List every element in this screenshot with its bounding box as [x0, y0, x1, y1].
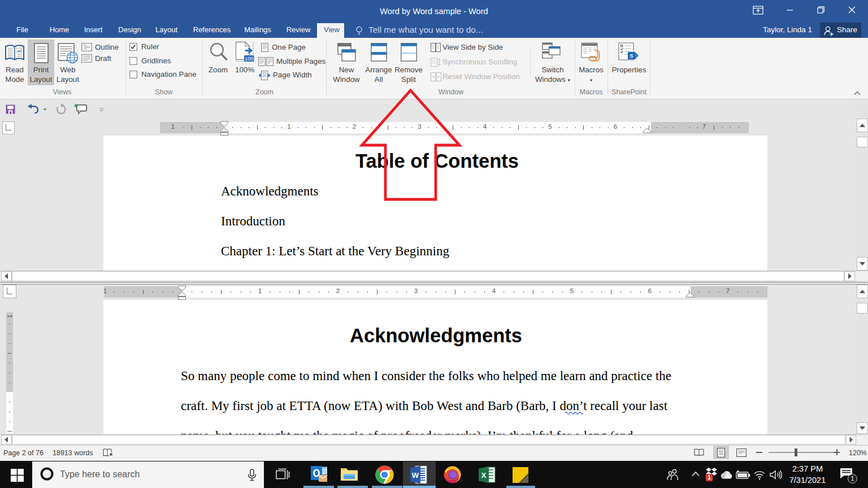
- svg-text:S: S: [630, 53, 633, 59]
- svg-text:W: W: [412, 471, 419, 480]
- svg-text:X: X: [481, 471, 487, 480]
- svg-text:100: 100: [245, 56, 253, 62]
